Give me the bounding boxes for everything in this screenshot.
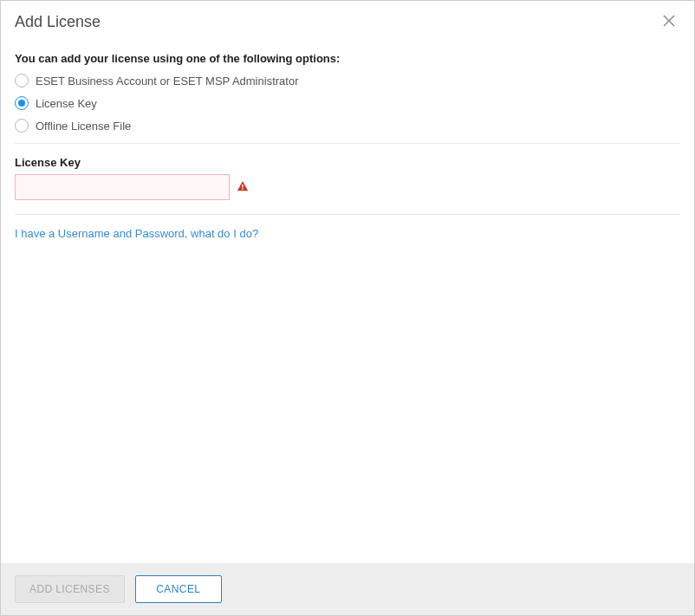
radio-icon — [15, 96, 29, 110]
radio-icon — [15, 74, 29, 88]
section-divider — [15, 214, 680, 215]
license-option-group: ESET Business Account or ESET MSP Admini… — [15, 74, 680, 133]
dialog-title: Add License — [15, 13, 101, 31]
license-key-row — [15, 174, 680, 200]
dialog-footer: ADD LICENSES CANCEL — [1, 563, 694, 615]
option-label: License Key — [36, 97, 97, 110]
close-icon — [663, 16, 675, 29]
dialog-header: Add License — [1, 1, 694, 40]
license-key-input[interactable] — [15, 174, 230, 200]
warning-icon — [237, 180, 249, 195]
option-eset-account[interactable]: ESET Business Account or ESET MSP Admini… — [15, 74, 680, 88]
option-label: ESET Business Account or ESET MSP Admini… — [36, 75, 298, 88]
svg-rect-3 — [242, 188, 243, 189]
section-divider — [15, 143, 680, 144]
close-button[interactable] — [659, 11, 679, 33]
cancel-button[interactable]: CANCEL — [135, 575, 222, 603]
add-license-dialog: Add License You can add your license usi… — [0, 0, 695, 616]
help-link[interactable]: I have a Username and Password, what do … — [15, 227, 258, 240]
radio-icon — [15, 119, 29, 133]
intro-text: You can add your license using one of th… — [15, 52, 680, 65]
svg-rect-2 — [242, 184, 243, 187]
option-offline-file[interactable]: Offline License File — [15, 119, 680, 133]
dialog-body: You can add your license using one of th… — [1, 40, 694, 563]
option-label: Offline License File — [36, 120, 131, 133]
add-licenses-button[interactable]: ADD LICENSES — [15, 575, 125, 603]
option-license-key[interactable]: License Key — [15, 96, 680, 110]
license-key-label: License Key — [15, 156, 680, 169]
